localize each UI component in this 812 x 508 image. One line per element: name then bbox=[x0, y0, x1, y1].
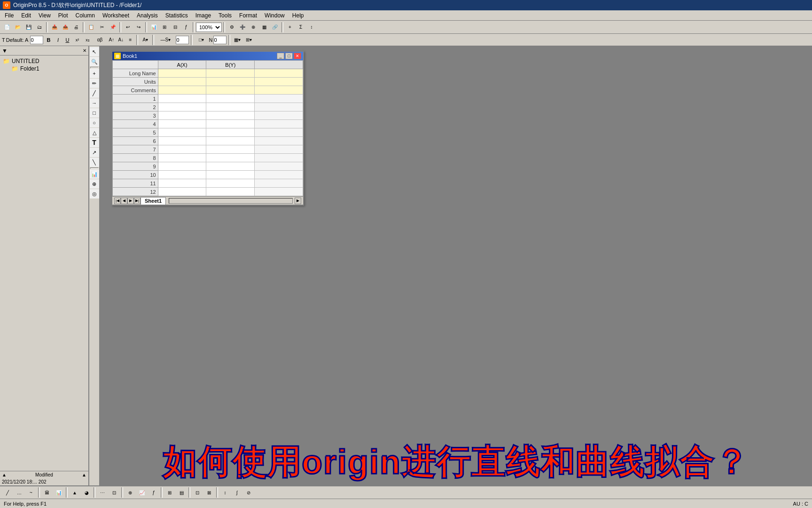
menu-image[interactable]: Image bbox=[192, 11, 215, 20]
plot-setup-button[interactable]: ⚙ bbox=[226, 22, 237, 32]
cell-4-by[interactable] bbox=[206, 120, 255, 128]
line-width-input[interactable] bbox=[176, 36, 189, 44]
col-header-by[interactable]: B(Y) bbox=[206, 61, 255, 69]
increase-font-button[interactable]: A↑ bbox=[107, 36, 116, 44]
bottom-mask-btn[interactable]: ▤ bbox=[176, 487, 187, 498]
add-plot-tool[interactable]: + bbox=[90, 69, 99, 78]
data-reader-tool[interactable]: 📊 bbox=[90, 169, 99, 179]
menu-edit[interactable]: Edit bbox=[17, 11, 35, 20]
bottom-scatter-btn[interactable]: ⋯ bbox=[97, 487, 108, 498]
sheet-scrollbar[interactable] bbox=[169, 198, 293, 204]
menu-worksheet[interactable]: Worksheet bbox=[99, 11, 133, 20]
n-input[interactable] bbox=[213, 36, 226, 44]
bottom-bar-btn[interactable]: 🏛 bbox=[41, 487, 53, 498]
bottom-pie-btn[interactable]: ◕ bbox=[81, 487, 92, 498]
bottom-region2-btn[interactable]: ⊠ bbox=[203, 487, 215, 498]
cell-10-by[interactable] bbox=[206, 171, 255, 179]
cell-longname-by[interactable] bbox=[206, 69, 255, 78]
cell-11-by[interactable] bbox=[206, 179, 255, 188]
bottom-data-btn[interactable]: ⊞ bbox=[164, 487, 175, 498]
cell-2-by[interactable] bbox=[206, 103, 255, 111]
cell-5-by[interactable] bbox=[206, 128, 255, 137]
worksheet-btn2[interactable]: ⊞ bbox=[159, 22, 170, 32]
cell-1-by[interactable] bbox=[206, 95, 255, 103]
zoom-tool[interactable]: 🔍 bbox=[90, 57, 99, 66]
arrange-button[interactable]: ▦ bbox=[259, 22, 269, 32]
menu-column[interactable]: Column bbox=[72, 11, 99, 20]
bottom-func-btn[interactable]: ƒ bbox=[148, 487, 159, 498]
col-header-ax[interactable]: A(X) bbox=[158, 61, 206, 69]
copy-button[interactable]: 📋 bbox=[86, 22, 96, 32]
cell-3-by[interactable] bbox=[206, 111, 255, 120]
cell-9-by[interactable] bbox=[206, 162, 255, 171]
pattern-button[interactable]: ▦▾ bbox=[232, 36, 242, 44]
subscript-button[interactable]: x₂ bbox=[83, 36, 92, 44]
function-button[interactable]: ƒ bbox=[181, 22, 191, 32]
cell-3-ax[interactable] bbox=[158, 111, 206, 120]
menu-tools[interactable]: Tools bbox=[215, 11, 235, 20]
zoom-combo[interactable]: 100% 75% 50% 150% 200% bbox=[196, 23, 222, 32]
decrease-font-button[interactable]: A↓ bbox=[117, 36, 125, 44]
cell-comments-ax[interactable] bbox=[158, 86, 206, 95]
book1-scroll[interactable]: A(X) B(Y) Long Name bbox=[112, 60, 303, 196]
paste-button[interactable]: 📌 bbox=[108, 22, 118, 32]
cell-12-ax[interactable] bbox=[158, 188, 206, 196]
cell-8-by[interactable] bbox=[206, 154, 255, 162]
bold-button[interactable]: B bbox=[44, 36, 53, 44]
screen-reader-tool[interactable]: ⊕ bbox=[90, 179, 99, 189]
align-button[interactable]: ≡ bbox=[126, 36, 134, 44]
cell-units-by[interactable] bbox=[206, 78, 255, 86]
book1-close-btn[interactable]: ✕ bbox=[294, 53, 301, 59]
cell-9-ax[interactable] bbox=[158, 162, 206, 171]
fill-color-button[interactable]: □▾ bbox=[195, 36, 208, 44]
print-button[interactable]: 🖨 bbox=[71, 22, 81, 32]
menu-window[interactable]: Window bbox=[261, 11, 289, 20]
bottom-integrate-btn[interactable]: ∫ bbox=[231, 487, 242, 498]
undo-button[interactable]: ↩ bbox=[123, 22, 133, 32]
open-button[interactable]: 📂 bbox=[13, 22, 23, 32]
polygon-tool[interactable]: △ bbox=[90, 128, 99, 137]
superscript-button[interactable]: x² bbox=[72, 36, 82, 44]
sheet-nav-first[interactable]: |◀ bbox=[114, 198, 121, 204]
cell-7-ax[interactable] bbox=[158, 145, 206, 154]
rect-tool[interactable]: □ bbox=[90, 108, 99, 118]
bottom-add-plot-btn[interactable]: ⊕ bbox=[125, 487, 136, 498]
line-draw-tool[interactable]: ╱ bbox=[90, 88, 99, 98]
book1-minimize-btn[interactable]: _ bbox=[277, 53, 284, 59]
sheet-nav-prev[interactable]: ◀ bbox=[121, 198, 127, 204]
sheet-scroll-right[interactable]: ▶ bbox=[295, 198, 301, 204]
bottom-graph-btn[interactable]: 📈 bbox=[136, 487, 148, 498]
bottom-line-btn[interactable]: ╱ bbox=[2, 487, 13, 498]
bottom-fit-btn[interactable]: ⊘ bbox=[243, 487, 254, 498]
book1-maximize-btn[interactable]: □ bbox=[285, 53, 293, 59]
tree-folder1[interactable]: 📁 Folder1 bbox=[2, 65, 86, 72]
col-sort-button[interactable]: ↕ bbox=[306, 22, 317, 32]
save-button[interactable]: 💾 bbox=[23, 22, 34, 32]
bottom-extract-btn[interactable]: ↕ bbox=[219, 487, 231, 498]
table-button[interactable]: ⊞▾ bbox=[243, 36, 254, 44]
cell-1-ax[interactable] bbox=[158, 95, 206, 103]
cell-10-ax[interactable] bbox=[158, 171, 206, 179]
sidebar-close-icon[interactable]: ✕ bbox=[83, 48, 86, 53]
underline-button[interactable]: U bbox=[63, 36, 71, 44]
bottom-col-btn[interactable]: 📊 bbox=[53, 487, 64, 498]
export-button[interactable]: 📤 bbox=[60, 22, 70, 32]
cell-7-by[interactable] bbox=[206, 145, 255, 154]
menu-statistics[interactable]: Statistics bbox=[162, 11, 192, 20]
cell-11-ax[interactable] bbox=[158, 179, 206, 188]
font-color-button[interactable]: A▾ bbox=[140, 36, 150, 44]
sheet-nav-last[interactable]: ▶| bbox=[134, 198, 141, 204]
cell-comments-by[interactable] bbox=[206, 86, 255, 95]
line-style-button[interactable]: —S▾ bbox=[156, 36, 175, 44]
cut-button[interactable]: ✂ bbox=[97, 22, 107, 32]
sidebar-status-expand[interactable]: ▲ bbox=[82, 472, 86, 477]
sheet-tab-sheet1[interactable]: Sheet1 bbox=[141, 197, 166, 205]
menu-format[interactable]: Format bbox=[235, 11, 261, 20]
region-tool[interactable]: ╲ bbox=[90, 158, 99, 167]
menu-help[interactable]: Help bbox=[289, 11, 308, 20]
bottom-box-btn[interactable]: ⊡ bbox=[109, 487, 120, 498]
axis-tool[interactable]: ↗ bbox=[90, 148, 99, 157]
cell-8-ax[interactable] bbox=[158, 154, 206, 162]
text-tool[interactable]: T bbox=[90, 138, 99, 147]
cell-longname-ax[interactable] bbox=[158, 69, 206, 78]
